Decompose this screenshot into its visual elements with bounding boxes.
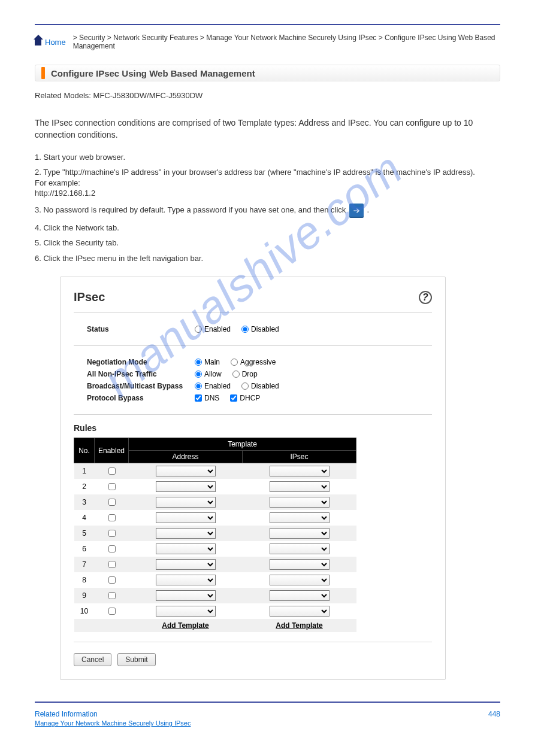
breadcrumb-home[interactable]: Home xyxy=(45,38,66,47)
top-rule xyxy=(35,24,500,25)
row-address-select[interactable] xyxy=(156,590,216,601)
breadcrumb-trail: > Security > Network Security Features >… xyxy=(73,34,500,50)
ipsec-panel: manualshive.com IPsec ? Status Enabled D… xyxy=(60,277,446,680)
table-row: 9 xyxy=(74,588,356,603)
step-5: 5. Click the Security tab. xyxy=(35,238,500,248)
negotiation-aggressive-option[interactable]: Aggressive xyxy=(231,358,276,366)
row-ipsec-select[interactable] xyxy=(270,544,330,554)
cancel-button[interactable]: Cancel xyxy=(74,653,111,666)
th-no: No. xyxy=(74,438,95,463)
page-number: 448 xyxy=(488,710,500,727)
row-ipsec-select[interactable] xyxy=(270,466,330,476)
add-template-address-link[interactable]: Add Template xyxy=(162,621,208,630)
row-ipsec-select[interactable] xyxy=(270,497,330,508)
row-address-select[interactable] xyxy=(156,481,216,492)
th-ipsec: IPsec xyxy=(243,451,356,463)
row-enabled-checkbox[interactable] xyxy=(108,592,116,599)
section-title-bar: Configure IPsec Using Web Based Manageme… xyxy=(35,65,500,81)
traffic-allow-option[interactable]: Allow xyxy=(195,370,222,378)
row-address-select[interactable] xyxy=(156,497,216,508)
row-address-select[interactable] xyxy=(156,575,216,585)
status-label: Status xyxy=(87,325,195,333)
row-ipsec-select[interactable] xyxy=(270,481,330,492)
steps-list: 1. Start your web browser. 2. Type "http… xyxy=(35,152,500,264)
row-no: 6 xyxy=(74,541,95,557)
options-section: Negotiation Mode Main Aggressive All Non… xyxy=(74,346,432,415)
rules-table: No. Enabled Template Address IPsec 12345… xyxy=(74,438,356,632)
protocol-dns-checkbox[interactable]: DNS xyxy=(195,394,219,402)
status-disabled-option[interactable]: Disabled xyxy=(241,325,279,333)
table-row: 1 xyxy=(74,463,356,479)
row-enabled-checkbox[interactable] xyxy=(108,467,116,475)
help-icon[interactable]: ? xyxy=(419,291,432,304)
accent-bar xyxy=(41,67,45,79)
submit-button[interactable]: Submit xyxy=(117,653,155,666)
row-address-select[interactable] xyxy=(156,606,216,617)
row-no: 1 xyxy=(74,463,95,479)
row-ipsec-select[interactable] xyxy=(270,575,330,585)
row-enabled-checkbox[interactable] xyxy=(108,576,116,584)
breadcrumb: Home > Security > Network Security Featu… xyxy=(35,34,500,50)
bypass-disabled-option[interactable]: Disabled xyxy=(241,382,279,390)
negotiation-label: Negotiation Mode xyxy=(87,358,195,366)
row-no: 9 xyxy=(74,588,95,603)
row-enabled-checkbox[interactable] xyxy=(108,514,116,521)
table-row: 4 xyxy=(74,510,356,526)
table-row: 10 xyxy=(74,603,356,619)
related-link[interactable]: Manage Your Network Machine Securely Usi… xyxy=(35,719,191,727)
row-ipsec-select[interactable] xyxy=(270,559,330,570)
add-template-ipsec-link[interactable]: Add Template xyxy=(276,621,322,630)
row-enabled-checkbox[interactable] xyxy=(108,499,116,506)
protocol-bypass-label: Protocol Bypass xyxy=(87,394,195,402)
row-enabled-checkbox[interactable] xyxy=(108,530,116,537)
bypass-enabled-option[interactable]: Enabled xyxy=(195,382,231,390)
traffic-drop-option[interactable]: Drop xyxy=(232,370,258,378)
row-enabled-checkbox[interactable] xyxy=(108,483,116,490)
table-row: 7 xyxy=(74,557,356,572)
row-no: 5 xyxy=(74,526,95,541)
related-models: Related Models: MFC-J5830DW/MFC-J5930DW xyxy=(35,91,500,100)
status-section: Status Enabled Disabled xyxy=(74,313,432,346)
step-4: 4. Click the Network tab. xyxy=(35,223,500,233)
row-ipsec-select[interactable] xyxy=(270,590,330,601)
table-row: 3 xyxy=(74,494,356,510)
rules-heading: Rules xyxy=(74,423,432,433)
row-address-select[interactable] xyxy=(156,559,216,570)
status-enabled-option[interactable]: Enabled xyxy=(195,325,231,333)
go-arrow-icon xyxy=(349,204,364,218)
row-no: 3 xyxy=(74,494,95,510)
row-no: 8 xyxy=(74,572,95,588)
th-address: Address xyxy=(129,451,243,463)
table-row: 8 xyxy=(74,572,356,588)
table-row: 2 xyxy=(74,479,356,494)
panel-title: IPsec xyxy=(74,290,105,304)
step-3: 3. No password is required by default. T… xyxy=(35,204,500,218)
step-2: 2. Type "http://machine's IP address" in… xyxy=(35,167,500,199)
footer: Related Information Manage Your Network … xyxy=(35,702,500,727)
row-enabled-checkbox[interactable] xyxy=(108,608,116,615)
section-title: Configure IPsec Using Web Based Manageme… xyxy=(51,68,255,78)
th-template: Template xyxy=(129,438,356,451)
row-no: 7 xyxy=(74,557,95,572)
negotiation-main-option[interactable]: Main xyxy=(195,358,220,366)
row-address-select[interactable] xyxy=(156,466,216,476)
table-row: 5 xyxy=(74,526,356,541)
row-ipsec-select[interactable] xyxy=(270,512,330,523)
home-icon xyxy=(35,38,41,45)
row-address-select[interactable] xyxy=(156,544,216,554)
protocol-dhcp-checkbox[interactable]: DHCP xyxy=(230,394,260,402)
intro-text: The IPsec connection conditions are comp… xyxy=(35,117,500,141)
row-ipsec-select[interactable] xyxy=(270,528,330,539)
step-6: 6. Click the IPsec menu in the left navi… xyxy=(35,253,500,264)
related-heading: Related Information xyxy=(35,710,191,718)
traffic-label: All Non-IPsec Traffic xyxy=(87,370,195,378)
row-no: 10 xyxy=(74,603,95,619)
row-address-select[interactable] xyxy=(156,512,216,523)
table-row: 6 xyxy=(74,541,356,557)
bypass-label: Broadcast/Multicast Bypass xyxy=(87,382,195,390)
row-ipsec-select[interactable] xyxy=(270,606,330,617)
row-no: 4 xyxy=(74,510,95,526)
row-enabled-checkbox[interactable] xyxy=(108,545,116,552)
row-address-select[interactable] xyxy=(156,528,216,539)
row-enabled-checkbox[interactable] xyxy=(108,561,116,568)
